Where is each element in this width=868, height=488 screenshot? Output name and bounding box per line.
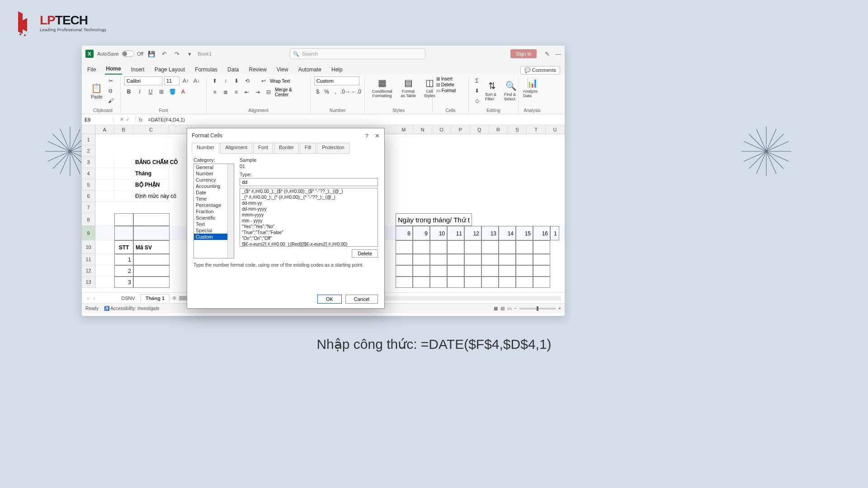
- type-item[interactable]: "Yes";"Yes";"No": [240, 224, 377, 230]
- cell[interactable]: 2: [114, 265, 133, 277]
- dlg-tab-border[interactable]: Border: [274, 143, 299, 154]
- tab-insert[interactable]: Insert: [130, 65, 146, 75]
- align-bottom-icon[interactable]: ⬇: [232, 76, 241, 85]
- cancel-formula-icon[interactable]: ✕: [120, 117, 124, 122]
- cell[interactable]: 11: [447, 226, 464, 240]
- col-header[interactable]: C: [133, 125, 170, 134]
- insert-cells-button[interactable]: ⊞ Insert: [436, 76, 465, 81]
- row-header[interactable]: 1: [82, 134, 95, 145]
- comma-icon[interactable]: ,: [332, 87, 339, 96]
- type-input[interactable]: [240, 178, 378, 186]
- increase-font-icon[interactable]: A↑: [181, 76, 190, 85]
- search-box[interactable]: 🔍 Search: [290, 48, 425, 59]
- col-header[interactable]: P: [451, 125, 470, 134]
- row-header[interactable]: 3: [82, 157, 95, 168]
- category-scrollbar[interactable]: [227, 164, 234, 258]
- paste-button[interactable]: 📋Paste: [89, 82, 104, 100]
- type-list[interactable]: _($* #,##0.00_);_($* (#,##0.00);_($* "-"…: [240, 188, 378, 247]
- delete-button[interactable]: Delete: [352, 249, 378, 258]
- cell[interactable]: 9: [413, 226, 430, 240]
- align-middle-icon[interactable]: ↕: [221, 76, 230, 85]
- orientation-icon[interactable]: ⟲: [243, 76, 252, 85]
- cell[interactable]: 1: [550, 226, 559, 240]
- italic-button[interactable]: I: [135, 87, 144, 96]
- format-as-table-button[interactable]: ▤Format as Table: [397, 76, 419, 99]
- font-size-select[interactable]: 11: [164, 76, 179, 85]
- bold-button[interactable]: B: [124, 87, 133, 96]
- wrap-text-label[interactable]: Wrap Text: [270, 79, 290, 84]
- row-header[interactable]: 10: [82, 240, 95, 254]
- row-header[interactable]: 13: [82, 277, 95, 288]
- align-center-icon[interactable]: ≣: [221, 88, 230, 97]
- minimize-icon[interactable]: —: [555, 51, 561, 57]
- borders-icon[interactable]: ⊞: [157, 87, 166, 96]
- col-header[interactable]: R: [489, 125, 508, 134]
- zoom-slider[interactable]: [519, 308, 556, 310]
- increase-indent-icon[interactable]: ⇥: [253, 88, 262, 97]
- cancel-button[interactable]: Cancel: [345, 295, 378, 304]
- cell[interactable]: 12: [464, 226, 481, 240]
- ribbon-mode-icon[interactable]: ✎: [545, 51, 550, 57]
- cell[interactable]: BỘ PHẬN: [133, 179, 170, 191]
- conditional-formatting-button[interactable]: ▦Conditional Formatting: [368, 76, 396, 99]
- row-header[interactable]: 8: [82, 213, 95, 226]
- find-select-button[interactable]: 🔍Find & Select: [502, 80, 519, 102]
- format-cells-button[interactable]: ▭ Format: [436, 88, 465, 93]
- col-header[interactable]: S: [508, 125, 527, 134]
- comments-button[interactable]: 💬 Comments: [520, 66, 560, 75]
- col-header[interactable]: M: [394, 125, 413, 134]
- cell[interactable]: Ngày trong tháng/ Thứ t: [396, 213, 472, 226]
- dlg-tab-font[interactable]: Font: [253, 143, 273, 154]
- col-header[interactable]: B: [114, 125, 133, 134]
- type-item[interactable]: "True";"True";"False": [240, 230, 377, 235]
- accessibility-status[interactable]: ♿ Accessibility: Investigate: [104, 306, 160, 311]
- enter-formula-icon[interactable]: ✓: [126, 117, 130, 122]
- formula-input[interactable]: =DATE(F4,D4,1): [146, 117, 565, 122]
- save-icon[interactable]: 💾: [147, 49, 156, 58]
- decrease-decimal-icon[interactable]: ←.0: [352, 87, 361, 96]
- toggle-icon[interactable]: [122, 51, 134, 57]
- cell[interactable]: Tháng: [133, 168, 170, 179]
- align-right-icon[interactable]: ≡: [232, 88, 241, 97]
- category-list[interactable]: General Number Currency Accounting Date …: [193, 164, 234, 258]
- help-icon[interactable]: ?: [365, 132, 368, 139]
- decrease-indent-icon[interactable]: ⇤: [242, 88, 251, 97]
- dlg-tab-alignment[interactable]: Alignment: [220, 143, 252, 154]
- cell[interactable]: Định mức này cô: [133, 191, 170, 202]
- col-header[interactable]: O: [432, 125, 451, 134]
- row-header[interactable]: 11: [82, 254, 95, 265]
- qat-dropdown-icon[interactable]: ▾: [185, 49, 194, 58]
- row-header[interactable]: 2: [82, 145, 95, 157]
- merge-center-label[interactable]: Merge & Center: [275, 87, 307, 97]
- increase-decimal-icon[interactable]: .0→: [341, 87, 350, 96]
- underline-button[interactable]: U: [146, 87, 155, 96]
- zoom-in-icon[interactable]: +: [558, 306, 561, 311]
- sheet-nav-next-icon[interactable]: ›: [92, 296, 97, 301]
- autosum-icon[interactable]: Σ: [472, 76, 481, 85]
- signin-button[interactable]: Sign in: [510, 49, 537, 58]
- cell[interactable]: 15: [516, 226, 533, 240]
- view-pagebreak-icon[interactable]: ▭: [507, 306, 511, 311]
- fill-icon[interactable]: ⬇: [472, 86, 481, 95]
- number-format-select[interactable]: Custom: [314, 76, 359, 85]
- tab-page-layout[interactable]: Page Layout: [154, 65, 186, 75]
- sheet-nav-prev-icon[interactable]: ‹: [85, 296, 91, 301]
- type-item[interactable]: _($* #,##0.00_);_($* (#,##0.00);_($* "-"…: [240, 188, 377, 194]
- type-item[interactable]: [$€-x-euro2] #,##0.00_);[Red]([$€-x-euro…: [240, 241, 377, 247]
- cell[interactable]: STT: [114, 240, 133, 254]
- fx-icon[interactable]: fx: [136, 117, 146, 122]
- tab-home[interactable]: Home: [105, 64, 122, 75]
- cell[interactable]: 14: [499, 226, 516, 240]
- col-header[interactable]: Q: [470, 125, 489, 134]
- fill-color-icon[interactable]: 🪣: [168, 87, 177, 96]
- decrease-font-icon[interactable]: A↓: [192, 76, 201, 85]
- clear-icon[interactable]: ◇: [472, 96, 481, 105]
- row-header[interactable]: 5: [82, 179, 95, 191]
- view-layout-icon[interactable]: ▤: [500, 306, 505, 311]
- type-item[interactable]: mmm-yyyy: [240, 212, 377, 218]
- col-header[interactable]: N: [413, 125, 432, 134]
- view-normal-icon[interactable]: ▦: [494, 306, 498, 311]
- type-item[interactable]: dd-mm-yy: [240, 200, 377, 206]
- dlg-tab-protection[interactable]: Protection: [317, 143, 349, 154]
- sheet-tab-dsnv[interactable]: DSNV: [117, 295, 140, 302]
